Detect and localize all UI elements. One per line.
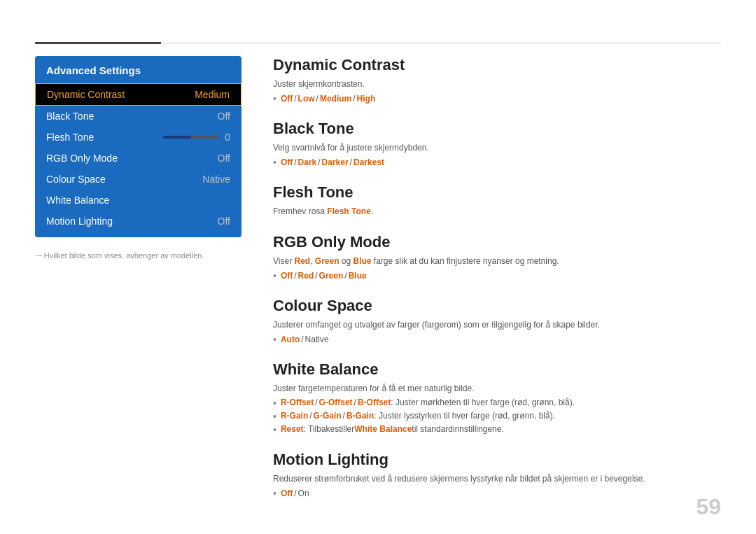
menu-label-white-balance: White Balance: [46, 195, 109, 206]
white-balance-bullet-2: • R-Gain / G-Gain / B-Gain: Juster lysst…: [273, 411, 721, 422]
opt-off-text: Off: [281, 94, 293, 104]
section-options-colour-space: • Auto / Native: [273, 334, 721, 345]
section-desc-rgb-only-mode: Viser Red, Green og Blue farge slik at d…: [273, 255, 721, 267]
section-desc-dynamic-contrast: Juster skjermkontrasten.: [273, 78, 721, 90]
menu-value-flesh-tone: 0: [225, 132, 230, 143]
section-colour-space: Colour Space Justerer omfanget og utvalg…: [273, 297, 721, 345]
flesh-tone-highlight: Flesh Tone: [327, 206, 370, 216]
section-desc-flesh-tone: Fremhev rosa Flesh Tone.: [273, 205, 721, 218]
section-title-rgb-only-mode: RGB Only Mode: [273, 233, 721, 251]
top-line-accent: [35, 42, 161, 44]
section-title-motion-lighting: Motion Lighting: [273, 451, 721, 469]
section-title-dynamic-contrast: Dynamic Contrast: [273, 56, 721, 74]
section-desc-motion-lighting: Reduserer strømforbruket ved å redusere …: [273, 472, 721, 485]
top-lines: [35, 42, 721, 44]
section-flesh-tone: Flesh Tone Fremhev rosa Flesh Tone.: [273, 183, 721, 218]
section-black-tone: Black Tone Velg svartnivå for å justere …: [273, 120, 721, 168]
bullet-wb-2: •: [273, 411, 276, 422]
right-content: Dynamic Contrast Juster skjermkontrasten…: [273, 56, 721, 506]
advanced-settings-box: Advanced Settings Dynamic Contrast Mediu…: [35, 56, 241, 237]
menu-item-white-balance[interactable]: White Balance: [35, 190, 241, 211]
flesh-tone-slider-fill: [163, 136, 191, 139]
page-number: 59: [696, 494, 721, 520]
footnote: ─ Hvilket bilde som vises, avhenger av m…: [35, 251, 241, 260]
section-desc-black-tone: Velg svartnivå for å justere skjermdybde…: [273, 141, 721, 154]
bullet-rgb-only-mode: •: [273, 270, 276, 281]
flesh-tone-slider-container: 0: [163, 132, 230, 143]
menu-label-motion-lighting: Motion Lighting: [46, 216, 113, 227]
section-options-black-tone: • Off / Dark / Darker / Darkest: [273, 157, 721, 168]
menu-label-flesh-tone: Flesh Tone: [46, 132, 94, 143]
menu-item-motion-lighting[interactable]: Motion Lighting Off: [35, 211, 241, 232]
bullet-colour-space: •: [273, 334, 276, 345]
menu-label-black-tone: Black Tone: [46, 111, 94, 122]
menu-value-motion-lighting: Off: [218, 216, 230, 227]
bullet-motion-lighting: •: [273, 488, 276, 499]
section-desc-white-balance: Juster fargetemperaturen for å få et mer…: [273, 382, 721, 395]
menu-label-rgb-only-mode: RGB Only Mode: [46, 153, 118, 164]
menu-value-black-tone: Off: [218, 111, 230, 122]
advanced-settings-title: Advanced Settings: [35, 56, 241, 83]
menu-value-colour-space: Native: [202, 174, 230, 185]
menu-item-colour-space[interactable]: Colour Space Native: [35, 169, 241, 190]
section-options-rgb-only-mode: • Off / Red / Green / Blue: [273, 270, 721, 281]
top-line-light: [161, 43, 721, 43]
section-title-colour-space: Colour Space: [273, 297, 721, 315]
left-panel: Advanced Settings Dynamic Contrast Mediu…: [35, 56, 241, 260]
section-desc-colour-space: Justerer omfanget og utvalget av farger …: [273, 318, 721, 331]
bullet-wb-1: •: [273, 398, 276, 409]
bullet-black-tone: •: [273, 157, 276, 168]
section-options-dynamic-contrast: • Off / Low / Medium / High: [273, 93, 721, 104]
menu-label-dynamic-contrast: Dynamic Contrast: [47, 89, 125, 100]
section-title-flesh-tone: Flesh Tone: [273, 183, 721, 202]
bullet-dynamic-contrast: •: [273, 93, 276, 104]
section-motion-lighting: Motion Lighting Reduserer strømforbruket…: [273, 451, 721, 499]
white-balance-bullet-1: • R-Offset / G-Offset / B-Offset: Juster…: [273, 398, 721, 409]
section-options-motion-lighting: • Off / On: [273, 488, 721, 499]
section-title-white-balance: White Balance: [273, 360, 721, 379]
menu-item-dynamic-contrast[interactable]: Dynamic Contrast Medium: [35, 83, 241, 106]
section-title-black-tone: Black Tone: [273, 120, 721, 138]
menu-item-black-tone[interactable]: Black Tone Off: [35, 106, 241, 127]
menu-item-flesh-tone[interactable]: Flesh Tone 0: [35, 127, 241, 148]
menu-item-rgb-only-mode[interactable]: RGB Only Mode Off: [35, 148, 241, 169]
bullet-wb-3: •: [273, 424, 276, 435]
section-white-balance: White Balance Juster fargetemperaturen f…: [273, 360, 721, 435]
section-dynamic-contrast: Dynamic Contrast Juster skjermkontrasten…: [273, 56, 721, 104]
section-rgb-only-mode: RGB Only Mode Viser Red, Green og Blue f…: [273, 233, 721, 281]
menu-value-rgb-only-mode: Off: [218, 153, 230, 164]
menu-label-colour-space: Colour Space: [46, 174, 106, 185]
menu-value-dynamic-contrast: Medium: [195, 89, 230, 100]
white-balance-bullet-3: • Reset: Tilbakestiller White Balance ti…: [273, 424, 721, 435]
flesh-tone-slider-bar[interactable]: [163, 136, 219, 139]
